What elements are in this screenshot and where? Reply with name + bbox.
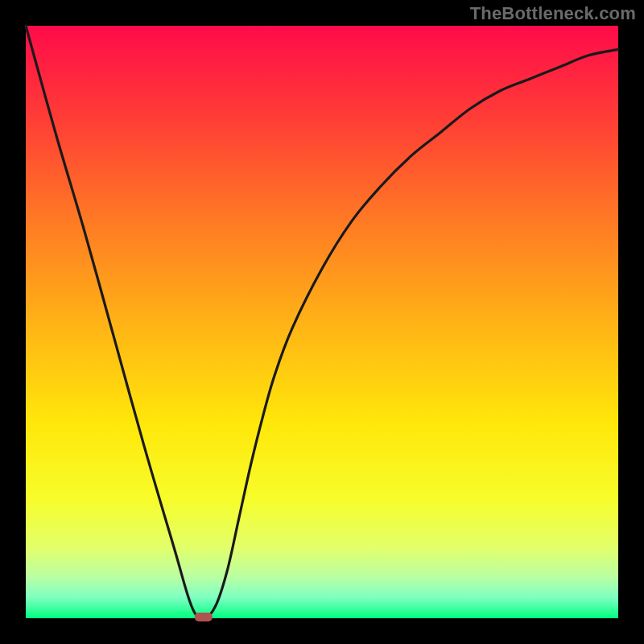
attribution-watermark: TheBottleneck.com bbox=[470, 3, 636, 24]
plot-background bbox=[26, 26, 618, 618]
minimum-marker bbox=[195, 613, 213, 621]
